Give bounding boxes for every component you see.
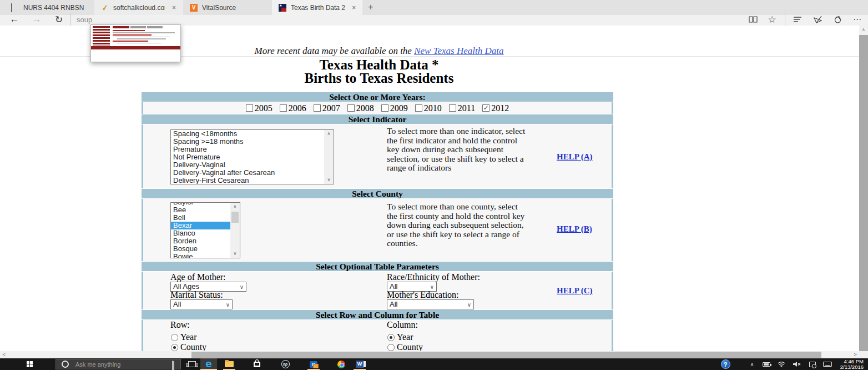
taskbar-clock[interactable]: 4:46 PM 2/13/2016 xyxy=(840,359,864,370)
scrollbar-corner xyxy=(859,351,868,358)
taskbar-chrome-button[interactable] xyxy=(333,358,350,370)
start-button[interactable] xyxy=(21,358,38,370)
mothers-education-select[interactable]: All∨ xyxy=(387,299,474,309)
list-option[interactable]: Not Premature xyxy=(171,153,324,161)
radio-icon[interactable] xyxy=(171,334,178,341)
page-title: Texas Health Data * Births to Texas Resi… xyxy=(0,58,758,85)
marital-status-label: Marital Status: xyxy=(170,290,223,300)
word-icon: W xyxy=(356,361,364,368)
radio-option-county[interactable]: County xyxy=(171,342,233,351)
scroll-down-icon[interactable]: ∨ xyxy=(230,250,240,258)
indicator-listbox[interactable]: Spacing <18monthsSpacing >=18 monthsPrem… xyxy=(170,129,334,184)
network-status[interactable] xyxy=(775,358,788,370)
taskbar-hp-button[interactable]: hp xyxy=(277,358,294,370)
texas-flag-icon xyxy=(279,4,286,12)
year-checkbox-2005[interactable]: 2005 xyxy=(246,103,272,113)
scroll-down-icon[interactable]: ∨ xyxy=(324,176,334,184)
horizontal-scrollbar[interactable]: < > xyxy=(0,351,859,358)
list-option[interactable]: Blanco xyxy=(171,229,230,237)
list-option[interactable]: Bowie xyxy=(171,253,230,258)
address-bar-text[interactable]: soup xyxy=(77,15,92,25)
indicator-listbox-scrollbar[interactable]: ∧ ∨ xyxy=(324,130,334,184)
help-b-link[interactable]: HELP (B) xyxy=(557,224,592,234)
new-texas-health-data-link[interactable]: New Texas Health Data xyxy=(414,46,503,56)
list-option[interactable]: Bexar xyxy=(171,222,230,229)
checkbox-icon[interactable] xyxy=(347,104,355,112)
county-listbox-scrollbar[interactable]: ∧ ∨ xyxy=(230,203,240,258)
year-checkbox-2012[interactable]: ✓2012 xyxy=(482,103,509,113)
scrollbar-thumb[interactable] xyxy=(231,212,239,223)
year-checkbox-2009[interactable]: 2009 xyxy=(381,103,408,113)
action-center-button[interactable] xyxy=(806,358,819,370)
radio-icon[interactable] xyxy=(387,344,395,351)
year-checkbox-2006[interactable]: 2006 xyxy=(280,103,306,113)
microphone-icon[interactable] xyxy=(172,361,176,368)
tab-vitalsource[interactable]: V VitalSource xyxy=(183,0,272,15)
tab-preview-popup[interactable] xyxy=(90,24,181,62)
year-checkbox-2010[interactable]: 2010 xyxy=(415,103,442,113)
radio-selected-icon[interactable] xyxy=(171,344,178,351)
radio-selected-icon[interactable] xyxy=(387,334,395,341)
radio-option-year[interactable]: Year xyxy=(171,332,233,342)
checkbox-checked-icon[interactable]: ✓ xyxy=(482,104,489,112)
taskbar-store-button[interactable] xyxy=(249,358,265,370)
scrollbar-thumb[interactable] xyxy=(191,352,821,358)
checkbox-icon[interactable] xyxy=(280,104,287,112)
scroll-up-icon[interactable]: ∧ xyxy=(230,203,240,211)
year-checkbox-2007[interactable]: 2007 xyxy=(314,103,340,113)
checkbox-icon[interactable] xyxy=(381,104,388,112)
scroll-up-icon[interactable]: ∧ xyxy=(324,130,334,138)
new-tab-button[interactable]: + xyxy=(364,1,377,14)
radio-option-county[interactable]: County xyxy=(387,342,450,351)
taskbar-outlook-button[interactable]: O xyxy=(305,358,322,370)
tab-close-icon[interactable]: × xyxy=(170,4,178,12)
page-title-line2: Births to Texas Residents xyxy=(0,72,758,85)
list-option[interactable]: Bell xyxy=(171,214,230,222)
taskbar-word-button[interactable]: W xyxy=(351,358,368,370)
help-a-link[interactable]: HELP (A) xyxy=(557,152,593,162)
radio-label: Year xyxy=(397,332,413,342)
volume-status[interactable] xyxy=(790,358,804,370)
checkbox-icon[interactable] xyxy=(449,104,456,112)
select-value: All xyxy=(390,282,397,291)
county-listbox[interactable]: BaylorBeeBellBexarBlancoBordenBosqueBowi… xyxy=(170,202,240,258)
taskbar-file-explorer-button[interactable] xyxy=(221,358,238,370)
list-option[interactable]: Bosque xyxy=(171,245,230,253)
tab-texas-birth-data[interactable]: Texas Birth Data 2005-2 × xyxy=(272,0,362,15)
list-option[interactable]: Spacing <18months xyxy=(171,130,324,138)
checkbox-icon[interactable] xyxy=(415,104,422,112)
rowcol-section-header: Select Row and Column for Table xyxy=(142,309,613,320)
list-option[interactable]: Delivery-Vaginal xyxy=(171,161,324,169)
battery-status[interactable] xyxy=(760,358,773,370)
list-option[interactable]: Delivery-First Cesarean xyxy=(171,177,324,184)
list-option[interactable]: Delivery-Vaginal after Cesarean xyxy=(171,169,324,177)
radio-option-year[interactable]: Year xyxy=(387,332,450,342)
taskbar-edge-button[interactable]: e xyxy=(200,358,217,370)
year-checkbox-2008[interactable]: 2008 xyxy=(347,103,374,113)
scrollbar-thumb[interactable] xyxy=(859,35,868,351)
cortana-search-box[interactable]: Ask me anything xyxy=(55,359,181,369)
checkbox-icon[interactable] xyxy=(314,104,321,112)
tab-close-icon[interactable]: × xyxy=(351,4,357,12)
windows-taskbar: Ask me anything e hp O W ? ∧ 4:46 PM 2/1… xyxy=(0,358,868,370)
indicator-help-text: To select more than one indicator, selec… xyxy=(387,127,528,173)
year-checkbox-2011[interactable]: 2011 xyxy=(449,103,475,113)
scroll-up-icon[interactable]: ∧ xyxy=(859,26,868,34)
help-c-link[interactable]: HELP (C) xyxy=(557,286,593,296)
vertical-scrollbar[interactable]: ∧ xyxy=(859,26,868,351)
scroll-left-icon[interactable]: < xyxy=(0,351,8,358)
scroll-right-icon[interactable]: > xyxy=(851,351,859,358)
hp-support-button[interactable]: ? xyxy=(718,358,733,370)
row-label: Row: xyxy=(170,320,233,330)
touch-keyboard-button[interactable] xyxy=(820,358,835,370)
task-view-button[interactable] xyxy=(184,358,200,370)
list-option[interactable]: Borden xyxy=(171,237,230,245)
list-option[interactable]: Spacing >=18 months xyxy=(171,138,324,146)
tab-softchalkcloud[interactable]: ✓ softchalkcloud.com × xyxy=(94,0,183,15)
marital-status-select[interactable]: All∨ xyxy=(170,299,233,309)
tray-expand-button[interactable]: ∧ xyxy=(747,358,757,370)
list-option[interactable]: Bee xyxy=(171,206,230,214)
checkbox-icon[interactable] xyxy=(246,104,253,112)
chrome-icon xyxy=(337,361,345,368)
list-option[interactable]: Premature xyxy=(171,146,324,153)
